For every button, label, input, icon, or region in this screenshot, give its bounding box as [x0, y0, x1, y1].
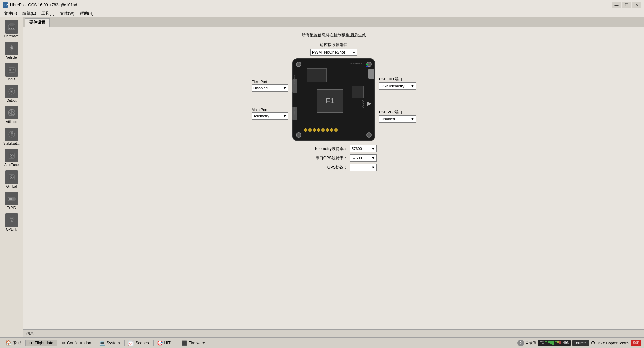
menu-tools[interactable]: 工具(T) [39, 10, 57, 17]
gps-baud-value: 57600 [352, 156, 362, 160]
configuration-label: Configuration [67, 341, 91, 345]
txpid-label: TxPID [7, 206, 16, 210]
sidebar-item-txpid[interactable]: TxPID [1, 191, 22, 211]
svg-point-32 [11, 220, 13, 222]
attitude-icon [5, 106, 18, 119]
sidebar: Hardware Vehicle Input Output Attitude [0, 17, 23, 337]
rx-bar-1 [555, 341, 557, 342]
flexi-port-dropdown[interactable]: Disabled ▼ [252, 84, 288, 92]
status-welcome: 🏠 欢迎 [3, 339, 24, 347]
usb-hid-dropdown[interactable]: USBTelemetry ▼ [379, 82, 416, 90]
help-button[interactable]: ? [517, 340, 524, 346]
app-icon: LP [3, 2, 8, 8]
usb-vcp-label: USB VCP端口 [379, 110, 402, 115]
status-tab-configuration[interactable]: ✏ Configuration [58, 340, 94, 346]
txpid-icon [5, 192, 18, 205]
gimbal-icon [5, 170, 18, 184]
gps-protocol-dropdown[interactable]: ▼ [350, 164, 377, 171]
svg-point-9 [11, 47, 13, 49]
hitl-icon: 🎯 [157, 340, 163, 346]
flexi-port-label: Flexi Port [252, 80, 267, 84]
sidebar-item-hardware[interactable]: Hardware [1, 19, 22, 40]
main-port-dropdown[interactable]: Telemetry ▼ [252, 112, 288, 120]
menu-edit[interactable]: 编辑(E) [20, 10, 39, 17]
menu-file[interactable]: 文件(F) [1, 10, 20, 17]
maximize-button[interactable]: ❐ [622, 2, 631, 8]
configuration-icon: ✏ [62, 340, 66, 346]
status-tab-hitl[interactable]: 🎯 HITL [153, 340, 176, 346]
sidebar-item-output[interactable]: Output [1, 83, 22, 104]
sidebar-item-gimbal[interactable]: Gimbal [1, 169, 22, 190]
vehicle-label: Vehicle [6, 56, 17, 60]
telemetry-baud-row: Telemetry波特率： 57600 ▼ [291, 145, 377, 152]
sidebar-item-autotune[interactable]: AutoTune [1, 148, 22, 168]
receiver-port-arrow: ▼ [352, 51, 356, 54]
board-row: Flexi Port Disabled ▼ Main Port Telemetr… [29, 58, 639, 141]
svg-rect-31 [9, 198, 12, 200]
led-blue [366, 66, 368, 67]
tx-rx-block: TX 496 [538, 340, 571, 346]
notice-text: 所有配置信息将在控制板重启后生效 [29, 32, 639, 38]
close-button[interactable]: ✕ [632, 2, 641, 8]
pcb-board: F1 CC3D ▶ [292, 58, 375, 141]
telemetry-baud-dropdown[interactable]: 57600 ▼ [350, 145, 377, 152]
stabilizat-label: Stabilizat... [3, 142, 20, 146]
flight-data-label: Flight data [35, 341, 53, 345]
output-icon [5, 85, 18, 98]
status-tab-flight-data[interactable]: ✈ Flight data [25, 340, 57, 346]
usb-vcp-dropdown[interactable]: Disabled ▼ [379, 115, 416, 123]
usb-connector [368, 69, 374, 79]
vehicle-icon [5, 42, 18, 55]
svg-point-28 [11, 177, 12, 178]
main-content: Hardware Vehicle Input Output Attitude [0, 17, 644, 337]
right-ports: USB HID 端口 USBTelemetry ▼ USB VCP端口 Disa… [379, 77, 416, 123]
baud-section: Telemetry波特率： 57600 ▼ 串口GPS波特率： 57600 ▼ … [29, 145, 639, 171]
menu-window[interactable]: 窗体(W) [57, 10, 77, 17]
flexi-port-group: Flexi Port Disabled ▼ [252, 80, 288, 92]
tx-bars [545, 341, 561, 345]
title-bar-left: LP LibrePilot GCS 16.09+r782-g8c101ad [3, 2, 77, 8]
usb-hid-label: USB HID 端口 [379, 77, 402, 82]
firmware-label: Firmware [189, 341, 205, 345]
window-title: LibrePilot GCS 16.09+r782-g8c101ad [10, 3, 77, 7]
receiver-port-dropdown[interactable]: PWM+NoOneShot ▼ [310, 49, 357, 56]
hitl-label: HITL [164, 341, 173, 345]
usb-vcp-value: Disabled [381, 117, 395, 121]
gimbal-label: Gimbal [6, 185, 17, 189]
receiver-port-label: 遥控接收器端口 [320, 42, 348, 48]
f1-chip: F1 [317, 89, 343, 113]
pad-4 [317, 128, 320, 132]
status-tab-system[interactable]: 💻 System [96, 340, 123, 346]
content-area: 硬件设置 所有配置信息将在控制板重启后生效 遥控接收器端口 PWM+NoOneS… [23, 17, 644, 337]
status-leds [366, 64, 368, 67]
pad-6 [326, 128, 329, 132]
system-label: System [106, 341, 120, 345]
pad-3 [313, 128, 316, 132]
settings-block[interactable]: ⚙ 设置 [525, 340, 537, 345]
pcb-flexi-port-text: Flexi Port [293, 75, 296, 84]
usb-hid-group: USB HID 端口 USBTelemetry ▼ [379, 77, 416, 90]
sidebar-item-vehicle[interactable]: Vehicle [1, 40, 22, 61]
receiver-port-section: 遥控接收器端口 PWM+NoOneShot ▼ [29, 42, 639, 56]
svg-text:LP: LP [4, 3, 8, 7]
status-bar: 🏠 欢迎 ✈ Flight data ✏ Configuration 💻 Sys… [0, 337, 644, 348]
oplink-label: OPLink [6, 228, 17, 232]
status-tab-firmware[interactable]: ⬛ Firmware [178, 340, 209, 346]
welcome-label: 欢迎 [13, 340, 21, 346]
sidebar-item-input[interactable]: Input [1, 62, 22, 83]
sidebar-item-oplink[interactable]: OPLink [1, 212, 22, 233]
menu-help[interactable]: 帮助(H) [77, 10, 96, 17]
sidebar-item-attitude[interactable]: Attitude [1, 105, 22, 126]
pad-7 [330, 128, 333, 132]
minimize-button[interactable]: — [612, 2, 621, 8]
pad-row [304, 128, 338, 132]
svg-point-5 [11, 28, 12, 29]
watermark: 模吧 [631, 340, 641, 346]
telemetry-baud-value: 57600 [352, 147, 362, 151]
settings-gear-icon[interactable]: ⚙ [591, 340, 595, 346]
gps-baud-dropdown[interactable]: 57600 ▼ [350, 154, 377, 162]
tab-hardware-settings[interactable]: 硬件设置 [25, 18, 50, 27]
sidebar-item-stabilizat[interactable]: Stabilizat... [1, 126, 22, 147]
svg-rect-22 [11, 134, 13, 136]
status-tab-scopes[interactable]: 📈 Scopes [124, 340, 152, 346]
